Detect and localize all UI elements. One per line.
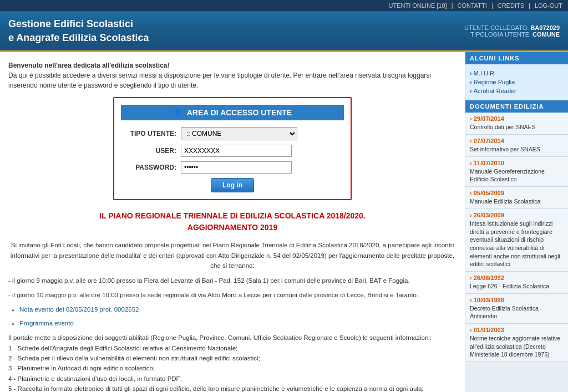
login-title: AREA DI ACCESSO UTENTE xyxy=(187,108,292,117)
doc-item-4: › 05/05/2009 Manuale Edilizia Scolastica xyxy=(465,187,568,209)
doc-text-6: Legge 626 - Edilizia Scolastica xyxy=(470,282,564,291)
sidebar-link-acrobat[interactable]: Acrobat Reader xyxy=(470,86,564,95)
header: Gestione Edifici Scolastici e Anagrafe E… xyxy=(0,12,568,52)
portal-text: Il portale mette a disposizione dei sogg… xyxy=(8,333,457,392)
doc-date-2[interactable]: › 07/07/2014 xyxy=(470,138,564,144)
password-row: PASSWORD: xyxy=(121,161,344,174)
contatti-link[interactable]: CONTATTI xyxy=(458,2,487,9)
doc-text-2: Set informativo per SNAES xyxy=(470,145,564,154)
doc-item-3: › 11/07/2010 Manuale Georeferenziazione … xyxy=(465,157,568,187)
event2: - il giorno 10 maggio p.v. alle ore 10:0… xyxy=(8,290,457,300)
credits-link[interactable]: CREDITS xyxy=(498,2,524,9)
event1: - il giorno 9 maggio p.v. alle ore 10:00… xyxy=(8,276,457,286)
piano-line2: AGGIORNAMENTO 2019 xyxy=(8,222,457,233)
login-button[interactable]: Log in xyxy=(211,178,254,192)
sidebar-link-regione[interactable]: Regione Puglia xyxy=(470,78,564,86)
doc-date-7[interactable]: › 10/03/1998 xyxy=(470,297,564,303)
login-header: 👤 AREA DI ACCESSO UTENTE xyxy=(121,105,344,120)
doc-text-5: Intesa Istituzionale sugli indirizzi dir… xyxy=(470,220,564,268)
sidebar-links-section: M.I.U.R. Regione Puglia Acrobat Reader xyxy=(465,64,568,100)
piano-line1: IL PIANO REGIONALE TRIENNALE DI EDILIZIA… xyxy=(8,210,457,222)
site-title: Gestione Edifici Scolastici e Anagrafe E… xyxy=(8,17,149,45)
link2[interactable]: Programma evento xyxy=(19,320,74,327)
welcome-line1: Benvenuto nell'area dedicata all'edilizi… xyxy=(8,62,169,69)
doc-item-7: › 10/03/1998 Decreto Edilizia Scolastica… xyxy=(465,294,568,324)
doc-item-5: › 26/03/2009 Intesa Istituzionale sugli … xyxy=(465,209,568,272)
doc-item-8: › 01/01/2003 Norme tecniche aggiornate r… xyxy=(465,324,568,362)
doc-item-1: › 29/07/2014 Controllo dati per SNAES xyxy=(465,113,568,135)
doc-text-8: Norme tecniche aggiornate relative all'e… xyxy=(470,334,564,359)
welcome-section: Benvenuto nell'area dedicata all'edilizi… xyxy=(8,60,457,90)
tipologia-value: COMUNE xyxy=(532,31,560,38)
utente-value: BA072029 xyxy=(530,24,560,31)
doc-text-3: Manuale Georeferenziazione Edificio Scol… xyxy=(470,167,564,184)
alcuni-links-title: ALCUNI LINKS xyxy=(465,52,568,64)
user-input[interactable] xyxy=(181,145,292,157)
doc-date-5[interactable]: › 26/03/2009 xyxy=(470,212,564,218)
main-content: Benvenuto nell'area dedicata all'edilizi… xyxy=(0,52,465,392)
title-line1: Gestione Edifici Scolastici xyxy=(8,17,149,31)
top-navigation: UTENTI ONLINE [10] | CONTATTI | CREDITS … xyxy=(0,0,568,12)
main-layout: Benvenuto nell'area dedicata all'edilizi… xyxy=(0,52,568,392)
password-input[interactable] xyxy=(181,161,292,174)
doc-date-6[interactable]: › 26/08/1992 xyxy=(470,274,564,281)
body-text: Si invitano gli Enti Locali, che hanno c… xyxy=(8,240,457,392)
sidebar-link-miur[interactable]: M.I.U.R. xyxy=(470,69,564,78)
doc-date-3[interactable]: › 11/07/2010 xyxy=(470,160,564,166)
login-btn-row: Log in xyxy=(121,178,344,192)
password-label: PASSWORD: xyxy=(121,164,176,171)
utenti-online: UTENTI ONLINE [10] xyxy=(389,2,447,9)
doc-item-2: › 07/07/2014 Set informativo per SNAES xyxy=(465,135,568,157)
doc-text-4: Manuale Edilizia Scolastica xyxy=(470,197,564,206)
login-box: 👤 AREA DI ACCESSO UTENTE TIPO UTENTE: ::… xyxy=(113,97,352,200)
user-label: USER: xyxy=(121,147,176,155)
logout-link[interactable]: LOG-OUT xyxy=(535,2,562,9)
tipo-utente-row: TIPO UTENTE: :: COMUNE :: PROVINCIA :: R… xyxy=(121,127,344,140)
documents-section: › 29/07/2014 Controllo dati per SNAES › … xyxy=(465,113,568,362)
doc-date-8[interactable]: › 01/01/2003 xyxy=(470,327,564,333)
doc-item-6: › 26/08/1992 Legge 626 - Edilizia Scolas… xyxy=(465,272,568,294)
user-info: UTENTE COLLEGATO: BA072029 TIPOLOGIA UTE… xyxy=(464,24,560,38)
doc-date-4[interactable]: › 05/05/2009 xyxy=(470,190,564,196)
sidebar: ALCUNI LINKS M.I.U.R. Regione Puglia Acr… xyxy=(465,52,568,392)
doc-date-1[interactable]: › 29/07/2014 xyxy=(470,115,564,122)
doc-text-1: Controllo dati per SNAES xyxy=(470,123,564,131)
tipo-utente-label: TIPO UTENTE: xyxy=(121,130,176,138)
welcome-line2: Da qui è possibile accedere a diversi se… xyxy=(8,72,431,89)
link1[interactable]: Nota evento del 02/05/2019 prot. 0002652 xyxy=(19,306,139,313)
title-line2: e Anagrafe Edilizia Scolastica xyxy=(8,31,149,45)
tipo-utente-select[interactable]: :: COMUNE :: PROVINCIA :: REGIONE :: SCU… xyxy=(181,127,297,140)
body-intro: Si invitano gli Enti Locali, che hanno c… xyxy=(8,240,457,271)
doc-text-7: Decreto Edilizia Scolastica - Anticendio xyxy=(470,304,564,320)
piano-banner: IL PIANO REGIONALE TRIENNALE DI EDILIZIA… xyxy=(8,210,457,233)
user-icon: 👤 xyxy=(173,108,182,117)
tipologia-label: TIPOLOGIA UTENTE: xyxy=(470,31,531,38)
utente-label: UTENTE COLLEGATO: xyxy=(464,24,529,31)
user-row: USER: xyxy=(121,145,344,157)
documenti-title: DOCUMENTI EDILIZIA xyxy=(465,100,568,113)
